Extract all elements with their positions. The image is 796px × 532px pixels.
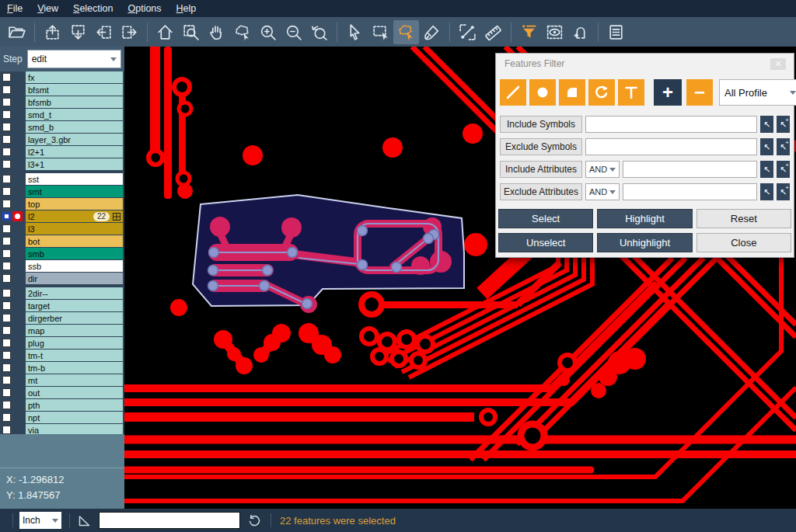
layer-visibility-checkbox[interactable]	[2, 148, 11, 156]
pan-up-button[interactable]	[40, 20, 65, 44]
filter-line-button[interactable]	[500, 79, 526, 106]
layer-label[interactable]: dir	[26, 273, 123, 284]
layer-label[interactable]: npt	[26, 412, 123, 423]
layer-row-smt[interactable]: smt	[0, 186, 124, 197]
dialog-title-bar[interactable]: Features Filter ✕	[496, 54, 794, 74]
layer-label[interactable]: top	[26, 198, 123, 210]
view-options-button[interactable]	[542, 20, 567, 44]
layer-visibility-checkbox[interactable]	[2, 98, 11, 106]
pick-add-from-canvas-button[interactable]: ↖+	[777, 161, 790, 178]
layer-visibility-checkbox[interactable]	[2, 187, 11, 196]
layer-visibility-checkbox[interactable]	[2, 314, 11, 322]
layer-row-bot[interactable]: bot	[0, 235, 124, 247]
unhighlight-button[interactable]: Unhighlight	[597, 233, 692, 252]
and-or-dropdown[interactable]: AND	[585, 161, 620, 178]
refresh-button[interactable]	[246, 513, 262, 528]
layer-visibility-checkbox[interactable]	[2, 85, 11, 94]
layer-label[interactable]: target	[26, 300, 123, 311]
dialog-close-button[interactable]: ✕	[770, 58, 786, 70]
layer-row-layer_3.gbr[interactable]: layer_3.gbr	[0, 134, 124, 145]
menu-file[interactable]: File	[7, 3, 23, 14]
zoom-polygon-button[interactable]	[229, 20, 255, 44]
layer-visibility-checkbox[interactable]	[2, 301, 11, 310]
exclude-symbols-button[interactable]: Exclude Symbols	[500, 138, 582, 155]
layer-row-ssb[interactable]: ssb	[0, 260, 124, 272]
layer-visibility-checkbox[interactable]	[2, 212, 11, 221]
pan-hand-button[interactable]	[204, 20, 229, 44]
layer-label[interactable]: smd_b	[26, 121, 123, 133]
filter-arc-button[interactable]	[588, 79, 615, 106]
pick-add-from-canvas-button[interactable]: ↖+	[777, 183, 790, 200]
menu-help[interactable]: Help	[176, 3, 197, 14]
filter-pad-button[interactable]	[529, 79, 556, 106]
layer-row-2dir--[interactable]: 2dir--	[0, 287, 124, 299]
and-or-dropdown[interactable]: AND	[585, 183, 620, 200]
menu-selection[interactable]: Selection	[73, 3, 113, 14]
layer-label[interactable]: smd_t	[26, 109, 123, 120]
pick-from-canvas-button[interactable]: ↖	[760, 116, 773, 133]
select-pointer-button[interactable]	[342, 20, 368, 44]
ruler-button[interactable]	[480, 20, 506, 44]
layer-visibility-checkbox[interactable]	[2, 123, 11, 131]
layer-label[interactable]: l3	[26, 223, 123, 235]
layer-row-out[interactable]: out	[0, 387, 124, 398]
include-symbols-button[interactable]: Include Symbols	[500, 116, 582, 133]
features-filter-button[interactable]	[516, 20, 542, 44]
add-filter-button[interactable]: +	[654, 79, 682, 106]
layer-label[interactable]: out	[26, 387, 123, 398]
include-attributes-button[interactable]: Include Attributes	[500, 161, 582, 178]
layer-visibility-checkbox[interactable]	[2, 289, 11, 297]
layer-row-top[interactable]: top	[0, 198, 124, 210]
step-dropdown[interactable]: edit	[27, 50, 121, 68]
layer-row-pth[interactable]: pth	[0, 399, 124, 411]
open-folder-button[interactable]	[4, 20, 30, 44]
layer-visibility-checkbox[interactable]	[2, 160, 11, 169]
profile-dropdown[interactable]: All Profile	[719, 79, 796, 106]
select-polygon-button[interactable]	[393, 20, 419, 44]
layer-row-l3[interactable]: l3	[0, 223, 124, 235]
layer-label[interactable]: plug	[26, 337, 123, 349]
layer-row-dir[interactable]: dir	[0, 273, 124, 284]
layer-row-smb[interactable]: smb	[0, 248, 124, 259]
layer-visibility-checkbox[interactable]	[2, 326, 11, 335]
layer-visibility-checkbox[interactable]	[2, 249, 11, 258]
layer-row-smd_b[interactable]: smd_b	[0, 121, 124, 133]
layer-visibility-checkbox[interactable]	[2, 135, 11, 144]
layer-visibility-checkbox[interactable]	[2, 224, 11, 233]
layer-visibility-checkbox[interactable]	[2, 376, 11, 384]
pick-from-canvas-button[interactable]: ↖	[760, 138, 773, 155]
layer-visibility-checkbox[interactable]	[2, 262, 11, 270]
layer-row-smd_t[interactable]: smd_t	[0, 109, 124, 120]
zoom-in-button[interactable]	[255, 20, 281, 44]
include-attributes-input[interactable]	[623, 161, 757, 178]
zoom-out-button[interactable]	[281, 20, 306, 44]
zoom-window-button[interactable]	[178, 20, 204, 44]
include-symbols-input[interactable]	[585, 116, 757, 133]
layer-label[interactable]: fx	[26, 71, 123, 83]
layer-label[interactable]: mt	[26, 374, 123, 386]
layer-label[interactable]: smt	[26, 186, 123, 197]
close-button[interactable]: Close	[696, 233, 791, 252]
layer-row-l2+1[interactable]: l2+1	[0, 146, 124, 158]
pick-from-canvas-button[interactable]: ↖	[760, 183, 773, 200]
command-input[interactable]	[99, 512, 240, 529]
layer-row-sst[interactable]: sst	[0, 173, 124, 185]
layer-label[interactable]: layer_3.gbr	[26, 134, 123, 145]
layer-visibility-checkbox[interactable]	[2, 200, 11, 208]
layer-label[interactable]: 2dir--	[26, 287, 123, 299]
select-rectangle-button[interactable]	[368, 20, 393, 44]
layer-label[interactable]: ssb	[26, 260, 123, 272]
pan-left-button[interactable]	[91, 20, 117, 44]
layer-row-tm-t[interactable]: tm-t	[0, 349, 124, 361]
home-view-button[interactable]	[152, 20, 178, 44]
exclude-attributes-button[interactable]: Exclude Attributes	[500, 183, 582, 200]
angle-tool-button[interactable]	[77, 513, 92, 528]
layer-label[interactable]: tm-b	[26, 362, 123, 374]
unselect-button[interactable]: Unselect	[498, 233, 593, 252]
layer-row-bfsmb[interactable]: bfsmb	[0, 96, 124, 108]
layer-row-bfsmt[interactable]: bfsmt	[0, 84, 124, 96]
layer-row-dirgerber[interactable]: dirgerber	[0, 312, 124, 324]
layer-visibility-checkbox[interactable]	[2, 339, 11, 347]
layer-visibility-checkbox[interactable]	[2, 413, 11, 422]
layer-row-map[interactable]: map	[0, 325, 124, 336]
